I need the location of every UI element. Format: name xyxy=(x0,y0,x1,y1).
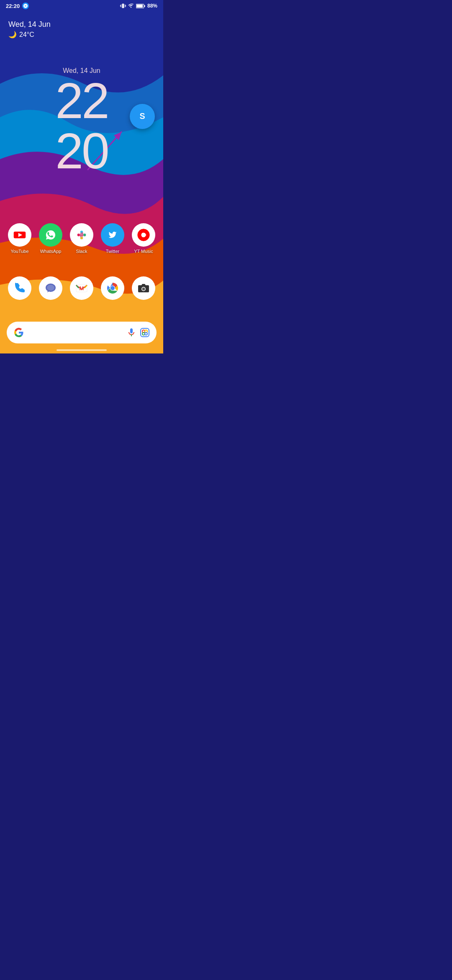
ytmusic-label: YT Music xyxy=(134,249,153,254)
lens-icon[interactable] xyxy=(140,328,150,338)
svg-text:S: S xyxy=(139,111,145,121)
svg-point-32 xyxy=(110,286,115,290)
clock-minutes: 20 xyxy=(55,126,108,176)
widget-weather: 🌙 24°C xyxy=(8,31,51,39)
app-row-2: M xyxy=(0,276,163,300)
app-item-youtube[interactable]: YouTube xyxy=(5,223,34,254)
center-clock: Wed, 14 Jun 22 20 xyxy=(55,67,108,176)
widget-date: Wed, 14 Jun xyxy=(8,20,51,29)
app-item-gmail[interactable]: M xyxy=(67,276,96,300)
svg-text:M: M xyxy=(80,285,84,291)
phone-icon xyxy=(8,276,31,300)
shazam-status-icon xyxy=(22,3,29,9)
battery-icon xyxy=(136,3,145,9)
app-item-chrome[interactable] xyxy=(98,276,127,300)
app-row-1: YouTube WhatsApp # xyxy=(0,223,163,254)
youtube-icon xyxy=(8,223,31,247)
mic-icon[interactable] xyxy=(126,328,136,338)
twitter-label: Twitter xyxy=(106,249,119,254)
app-item-slack[interactable]: # Slack xyxy=(67,223,96,254)
svg-text:#: # xyxy=(80,231,84,238)
app-item-whatsapp[interactable]: WhatsApp xyxy=(36,223,65,254)
ytmusic-icon xyxy=(132,223,155,247)
vibrate-icon xyxy=(120,3,126,9)
gmail-icon: M xyxy=(70,276,93,300)
svg-point-40 xyxy=(145,333,147,335)
date-weather-widget: Wed, 14 Jun 🌙 24°C xyxy=(8,20,51,39)
twitter-icon xyxy=(101,223,124,247)
app-item-messages[interactable] xyxy=(36,276,65,300)
shazam-button[interactable]: S xyxy=(130,104,155,129)
status-left: 22:20 xyxy=(6,3,29,9)
status-bar: 22:20 88% xyxy=(0,0,163,12)
app-item-camera[interactable] xyxy=(129,276,158,300)
svg-rect-35 xyxy=(131,334,132,336)
whatsapp-label: WhatsApp xyxy=(40,249,62,254)
svg-point-27 xyxy=(47,285,54,291)
messages-icon xyxy=(39,276,62,300)
chrome-icon xyxy=(101,276,124,300)
svg-rect-2 xyxy=(136,4,143,7)
svg-rect-36 xyxy=(141,328,149,337)
app-item-twitter[interactable]: Twitter xyxy=(98,223,127,254)
wifi-icon xyxy=(128,3,134,9)
whatsapp-icon xyxy=(39,223,62,247)
clock-hours: 22 xyxy=(55,75,108,126)
slack-icon: # xyxy=(70,223,93,247)
svg-point-34 xyxy=(142,288,145,291)
search-bar[interactable] xyxy=(7,322,157,343)
svg-point-25 xyxy=(142,233,145,237)
svg-rect-17 xyxy=(83,234,86,236)
app-item-ytmusic[interactable]: YT Music xyxy=(129,223,158,254)
battery-percent: 88% xyxy=(147,3,157,9)
temperature: 24°C xyxy=(19,31,34,39)
svg-rect-3 xyxy=(144,5,145,7)
youtube-label: YouTube xyxy=(10,249,28,254)
slack-label: Slack xyxy=(76,249,87,254)
google-logo xyxy=(13,327,24,338)
weather-icon: 🌙 xyxy=(8,31,17,39)
app-item-phone[interactable] xyxy=(5,276,34,300)
status-time: 22:20 xyxy=(6,3,20,9)
camera-icon xyxy=(132,276,155,300)
home-indicator xyxy=(56,349,107,351)
status-right: 88% xyxy=(120,3,157,9)
